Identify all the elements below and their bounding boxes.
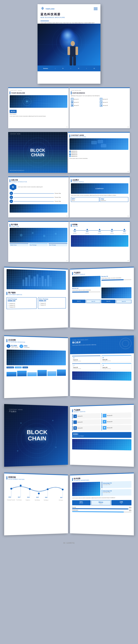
icon-box-4: ◈ (100, 101, 102, 104)
page-num: 07 (66, 260, 68, 261)
advantage-badge-3: Solution (23, 366, 28, 368)
svg-point-57 (29, 488, 31, 490)
silver-package: Silver Package ¥666.00 ✓Feature 01 ✓Feat… (38, 297, 66, 309)
top-blue-bar (70, 267, 134, 270)
spread-2-right: CONTENT HERE BLOCKCHAIN SOLUTIONS (68, 132, 130, 173)
icon-grid: ⬡ Service 01 ✦ Service 02 ⬢ Service 03 ◈… (71, 98, 128, 107)
top-blue-bar (8, 176, 69, 177)
service-item-3: SERVICE 03 (69, 154, 128, 155)
svg-line-26 (103, 143, 103, 144)
year-label-4: 2019 (36, 497, 39, 498)
svc-4: ◆ Service 04 (101, 419, 131, 424)
timeline-container: 2018 Event 01 2019 Event 02 2020 Event 0… (71, 229, 128, 234)
content-tag-right: YOUR HEADLINE (71, 90, 128, 91)
service-item-4: SERVICE 04 (69, 156, 128, 157)
icon-box-5: ⬟ (71, 104, 73, 107)
cta-title: 联系我们 (73, 433, 130, 435)
section-subtitle: CUSTOMER SERVICE (8, 294, 22, 296)
svg-rect-36 (37, 274, 38, 286)
process-list: 01 Process Step 02 Process Step 03 Proce… (10, 192, 67, 203)
svg-point-30 (55, 233, 57, 234)
timeline-year-5: 2022 Event 05 (121, 229, 127, 234)
timeline-year-4: 2021 Event 04 (109, 229, 115, 234)
client-item-3: Apex Package (48, 243, 67, 246)
svg-rect-41 (50, 278, 51, 286)
stat-item-2: $ ¥500 Investment (19, 344, 29, 348)
client-item-1: Stellar Group (10, 243, 29, 246)
content-tag-blockchain: CONTENT HERE (10, 133, 21, 134)
top-blue-bar (69, 221, 130, 222)
spread-1-left: CONTENT HERE YOUR HEADLINE (8, 88, 69, 128)
svg-rect-9 (68, 47, 70, 55)
section-subtitle: COMPANY PROFILE (72, 181, 84, 182)
year-label-1: 2016 (8, 496, 11, 498)
tech-stat-2: 50ms Latency (91, 500, 111, 505)
section-title: 客户服务 (8, 292, 22, 294)
open-book-2: 企业优势 ENTERPRISE ADVANTAGE ¥ ¥1,2000 Sale… (6, 334, 132, 399)
top-blue-bar (69, 176, 130, 177)
section-bar (72, 272, 73, 275)
blockchain-title: BLOCKCHAIN (30, 148, 45, 157)
page-num: 08 (127, 260, 129, 261)
page-num-right: 02 (127, 126, 129, 128)
tech-image-1 (10, 95, 67, 108)
body-text-blockchain: Lorem ipsum dolor sit amet consectetur (69, 158, 128, 159)
top-blue-bar (68, 132, 130, 133)
timeline-year-1: 2018 Event 01 (72, 229, 78, 234)
logo-icon (41, 7, 45, 11)
svg-rect-8 (70, 46, 76, 57)
page-num: 05 (66, 216, 68, 217)
section-bar (72, 478, 73, 481)
svg-rect-31 (23, 280, 24, 286)
page-wrapper: YOUR LOGO 蓝色科技画册 NEW BUSINESS BROCHURE Y… (4, 4, 134, 544)
gold-package: Gold Package ¥999.00 ✓Feature 01 ✓Featur… (7, 297, 37, 309)
watermark: ID: 12295741 (63, 542, 75, 544)
tech-item-1: ⚙ Tech 01 Description text here (72, 356, 100, 362)
advantage-section-header: 企业优势 ENTERPRISE ADVANTAGE (7, 338, 66, 344)
icon-item-3: ⬢ Service 03 (71, 101, 99, 104)
spread-1-right: YOUR HEADLINE OUR BUSINESS IMPROVE THE Q… (69, 88, 130, 128)
advantage-image (7, 350, 66, 365)
service-item-1: SERVICE 01 (69, 151, 128, 152)
cover-summary-label: Summary (43, 68, 48, 69)
section-title: YOUR HEADLINE (11, 92, 25, 94)
svg-rect-39 (45, 279, 46, 286)
book-right-3: 产品服务 PRODUCT SERVICE ◈ Service 01 ⬡ Serv… (70, 404, 134, 467)
page-num: 03 (127, 171, 129, 172)
tech-main-img (72, 482, 100, 496)
section-bar (71, 224, 72, 227)
tech-advantage-grid: Advantage 01 Lorem ipsum dolor Advantage… (72, 481, 131, 496)
timeline-year-2: 2019 Event 02 (84, 229, 90, 234)
spread-4-right: 时间轴 TIMELINE 2018 Event 01 (69, 221, 130, 262)
tech-stat-1: 99% Accuracy (72, 500, 91, 505)
open-book-4: 发展历程 DEVELOPMENT HISTORY (6, 472, 132, 536)
top-blue-bar (4, 473, 68, 475)
svg-rect-32 (25, 277, 28, 286)
svg-line-17 (27, 102, 50, 104)
cta-subtitle: CONTACT US TODAY (73, 436, 130, 437)
history-header: 发展历程 DEVELOPMENT HISTORY (7, 476, 66, 481)
svg-point-50 (17, 450, 19, 452)
year-label-3: 2018 (27, 496, 30, 498)
section-bar (10, 179, 10, 182)
svg-rect-40 (47, 275, 49, 286)
year-label-5: 2020 (45, 497, 48, 498)
feature-list-silver: ✓Feature 01 ✓Feature 02 (39, 302, 65, 306)
service-section-header: 客户服务 CUSTOMER SERVICE (7, 292, 66, 296)
icon-box-6: ◆ (100, 104, 102, 107)
event-2: First Product (16, 500, 26, 501)
tech-bottom-stats: 99% Accuracy 50ms Latency 10K TPS (72, 500, 131, 505)
open-book-1: 客户服务 CUSTOMER SERVICE Gold Package ¥999.… (6, 266, 132, 330)
svc-3: ✦ Service 03 (72, 419, 100, 424)
tech-body: Lorem ipsum dolor sit amet consectetur a… (72, 497, 131, 499)
service-badge-1: Item 01 (72, 300, 86, 303)
tech-advantage-2: Advantage 02 Lorem ipsum dolor (101, 489, 131, 496)
stat-item-1: ¥ ¥1,2000 Sales Volume (7, 344, 18, 348)
company-image: COMPANY (71, 183, 128, 194)
cover-bottom-bar: Summary | 01 | 02 | 03 (38, 66, 100, 71)
top-blue-bar (70, 404, 134, 407)
tech-advantage-1: Advantage 01 Lorem ipsum dolor (101, 481, 131, 488)
event-3: Expansion (26, 500, 35, 501)
service-badge-3: Item 03 (101, 300, 115, 303)
section-bar (71, 179, 72, 182)
